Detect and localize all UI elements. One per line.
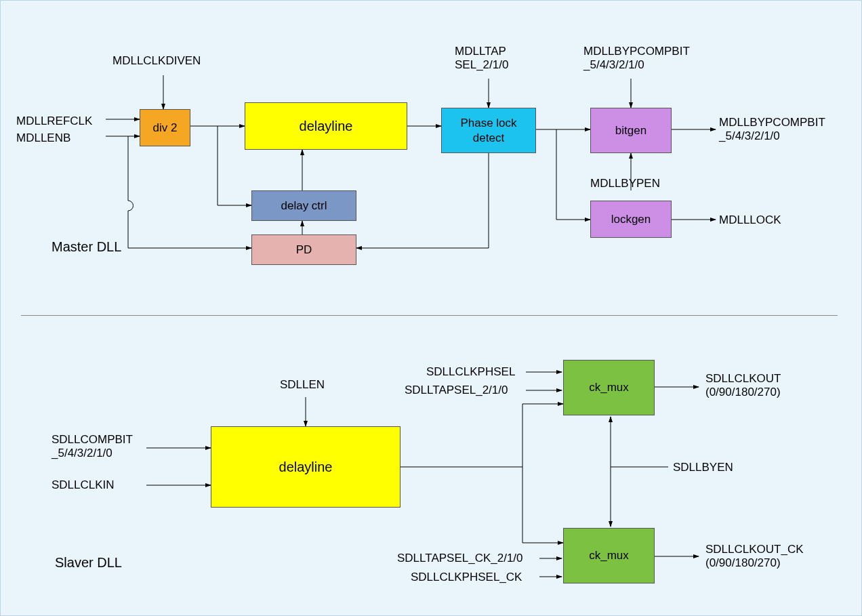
label-mdllclkdiven: MDLLCLKDIVEN [112, 54, 201, 68]
label-sdllbyen: SDLLBYEN [673, 461, 733, 474]
connections [1, 1, 862, 616]
block-ckmux-bottom: ck_mux [563, 528, 655, 583]
label-sdllen: SDLLEN [280, 378, 325, 392]
label-sdllclkin: SDLLCLKIN [52, 478, 115, 492]
block-bitgen: bitgen [590, 108, 672, 153]
block-delay-ctrl: delay ctrl [251, 190, 356, 221]
label-sdllclkout: SDLLCLKOUT (0/90/180/270) [705, 372, 781, 399]
label-mdllbypcompbit-out: MDLLBYPCOMPBIT _5/4/3/2/1/0 [719, 116, 825, 143]
block-phase-lock-detect: Phase lock detect [441, 108, 536, 153]
label-mdllbypen: MDLLBYPEN [590, 177, 660, 190]
label-sdlltapsel: SDLLTAPSEL_2/1/0 [405, 384, 508, 397]
label-sdllclkphsel: SDLLCLKPHSEL [426, 365, 515, 379]
label-sdllclkphsel-ck: SDLLCLKPHSEL_CK [411, 571, 522, 584]
label-mdlltapsel: MDLLTAP SEL_2/1/0 [455, 45, 508, 72]
label-mdllrefclk: MDLLREFCLK [16, 115, 92, 128]
block-pd: PD [251, 234, 356, 265]
block-div2: div 2 [140, 109, 190, 146]
label-master-title: Master DLL [52, 239, 121, 255]
section-divider [21, 315, 838, 316]
diagram-canvas: div 2 delayline delay ctrl PD Phase lock… [0, 0, 862, 616]
label-sdlltapsel-ck: SDLLTAPSEL_CK_2/1/0 [397, 552, 523, 565]
label-mdllenb: MDLLENB [16, 131, 70, 145]
block-lockgen: lockgen [590, 201, 672, 238]
label-slaver-title: Slaver DLL [55, 555, 122, 571]
block-master-delayline: delayline [245, 102, 407, 150]
label-mdlllock: MDLLLOCK [719, 213, 781, 227]
block-ckmux-top: ck_mux [563, 360, 655, 415]
block-slaver-delayline: delayline [211, 426, 401, 508]
label-sdllcompbit: SDLLCOMPBIT _5/4/3/2/1/0 [52, 433, 133, 460]
label-mdllbypcompbit-in: MDLLBYPCOMPBIT _5/4/3/2/1/0 [583, 45, 690, 72]
label-sdllclkout-ck: SDLLCLKOUT_CK (0/90/180/270) [705, 543, 804, 570]
